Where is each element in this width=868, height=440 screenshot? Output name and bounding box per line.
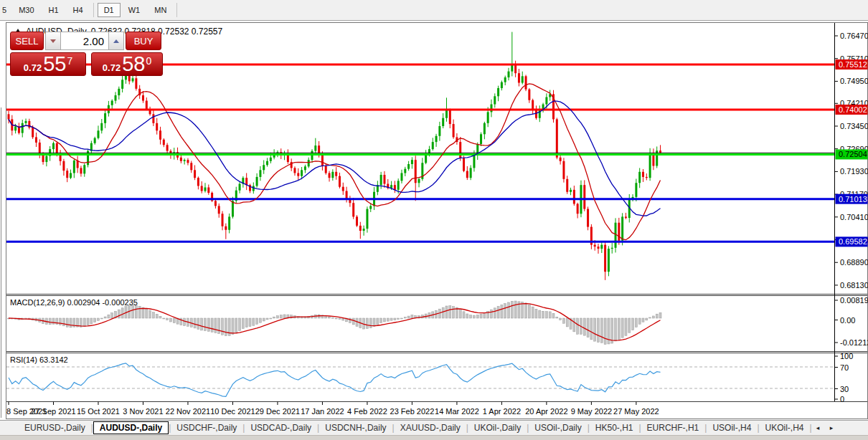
date-tick-label: 27 May 2022	[613, 407, 659, 416]
date-tick-label: 1 Apr 2022	[483, 407, 521, 416]
timeframe-button-d1[interactable]: D1	[98, 3, 121, 17]
date-tick-label: 29 Dec 2021	[255, 407, 300, 416]
price-tick-label: 0.70410	[840, 213, 868, 221]
price-level-badge-text: 0.75512	[839, 60, 867, 69]
chart-tab-usdchf-daily[interactable]: USDCHF-,Daily	[171, 421, 242, 434]
one-click-trade-panel: SELL BUY 0.72 55 7 0.72 58 0	[10, 32, 163, 76]
timeframe-toolbar: 5M30H1H4D1W1MN	[0, 0, 868, 21]
buy-price-big: 58	[122, 54, 145, 75]
timeframe-button-mn[interactable]: MN	[148, 3, 173, 17]
rsi-name: RSI(14)	[10, 355, 37, 364]
sell-price-box[interactable]: 0.72 55 7	[10, 52, 86, 76]
volume-input[interactable]	[61, 32, 108, 50]
rsi-tick-label: 100	[840, 352, 853, 360]
macd-values: 0.002904 -0.000235	[67, 298, 137, 307]
arrow-down-icon	[50, 39, 56, 43]
toolbar-separator	[93, 3, 94, 17]
price-tick-label: 0.74950	[840, 77, 868, 85]
timeframe-button-h1[interactable]: H1	[42, 3, 65, 17]
chart-tab-usdcad-daily[interactable]: USDCAD-,Daily	[245, 421, 317, 434]
date-tick-label: 27 Sep 2021	[31, 407, 75, 416]
price-level-badge-text: 0.71013	[839, 195, 867, 204]
timeframe-button-5[interactable]: 5	[1, 3, 11, 17]
buy-price-prefix: 0.72	[103, 62, 121, 73]
price-level-badge-text: 0.69582	[839, 237, 867, 246]
macd-name: MACD(12,26,9)	[10, 298, 65, 307]
macd-tick-label: -0.012121	[840, 338, 868, 347]
date-tick-label: 14 Mar 2022	[435, 407, 479, 416]
rsi-value: 63.3142	[39, 355, 68, 364]
price-level-badge-text: 0.74002	[839, 105, 867, 114]
buy-price-pip: 0	[146, 55, 151, 67]
date-tick-label: 22 Nov 2021	[166, 407, 210, 416]
price-tick-label: 0.76470	[840, 32, 868, 40]
mt4-window: 0.764700.757100.749500.742100.734500.726…	[0, 0, 868, 440]
chart-tab-hk50-h1[interactable]: HK50-,H1	[590, 421, 639, 434]
chart-tab-usoil-h4[interactable]: USOil-,H4	[707, 421, 757, 434]
chart-tab-ukoil-h4[interactable]: UKOil-,H4	[760, 421, 810, 434]
sell-price-prefix: 0.72	[24, 62, 42, 73]
price-tick-label: 0.68890	[840, 258, 868, 267]
tab-scroll-arrows[interactable]: ◂ ▸	[812, 424, 842, 431]
toolbar-separator	[176, 3, 177, 17]
sell-price-pip: 7	[67, 55, 72, 67]
chart-tab-usdcnh-daily[interactable]: USDCNH-,Daily	[319, 421, 392, 434]
price-tick-label: 0.73450	[840, 122, 868, 130]
timeframe-button-w1[interactable]: W1	[122, 3, 147, 17]
chart-tab-usoil-daily[interactable]: USOil-,Daily	[529, 421, 587, 434]
rsi-indicator-label: RSI(14) 63.3142	[10, 355, 68, 364]
sell-price-big: 55	[43, 54, 66, 75]
price-tick-label: 0.68130	[840, 281, 868, 290]
chart-tab-eurchf-h1[interactable]: EURCHF-,H1	[641, 421, 705, 434]
date-tick-label: 4 Feb 2022	[347, 407, 387, 416]
arrow-up-icon	[113, 39, 119, 43]
date-tick-label: 9 May 2022	[571, 407, 612, 416]
buy-button[interactable]: BUY	[126, 32, 161, 50]
chart-tab-xauusd-daily[interactable]: XAUUSD-,Daily	[395, 421, 466, 434]
rsi-tick-label: 0	[840, 395, 844, 403]
volume-decrease-button[interactable]	[45, 32, 61, 50]
timeframe-button-m30[interactable]: M30	[12, 3, 40, 17]
date-tick-label: 23 Feb 2022	[390, 407, 435, 416]
timeframe-button-h4[interactable]: H4	[67, 3, 90, 17]
chart-tab-ukoil-daily[interactable]: UKOil-,Daily	[468, 421, 527, 434]
price-level-badge-text: 0.72504	[839, 150, 867, 158]
rsi-tick-label: 30	[840, 385, 849, 393]
chart-tab-bar: EURUSD-,Daily|AUDUSD-,Daily|USDCHF-,Dail…	[0, 420, 868, 435]
date-tick-label: 17 Jan 2022	[301, 407, 344, 416]
date-tick-label: 3 Nov 2021	[123, 407, 163, 416]
price-tick-label: 0.71930	[840, 167, 868, 176]
macd-indicator-label: MACD(12,26,9) 0.002904 -0.000235	[10, 298, 138, 307]
date-tick-label: 15 Oct 2021	[77, 407, 120, 416]
buy-price-box[interactable]: 0.72 58 0	[91, 52, 163, 76]
chart-tab-audusd-daily[interactable]: AUDUSD-,Daily	[93, 421, 169, 434]
bottom-strip	[0, 435, 868, 440]
rsi-tick-label: 70	[840, 363, 849, 372]
date-tick-label: 20 Apr 2022	[525, 407, 567, 416]
macd-tick-label: 0.00	[840, 316, 855, 325]
date-tick-label: 10 Dec 2021	[210, 407, 255, 416]
volume-increase-button[interactable]	[108, 32, 124, 50]
macd-tick-label: 0.008197	[840, 296, 868, 305]
chart-tab-eurusd-daily[interactable]: EURUSD-,Daily	[19, 421, 91, 434]
sell-button[interactable]: SELL	[10, 32, 44, 50]
